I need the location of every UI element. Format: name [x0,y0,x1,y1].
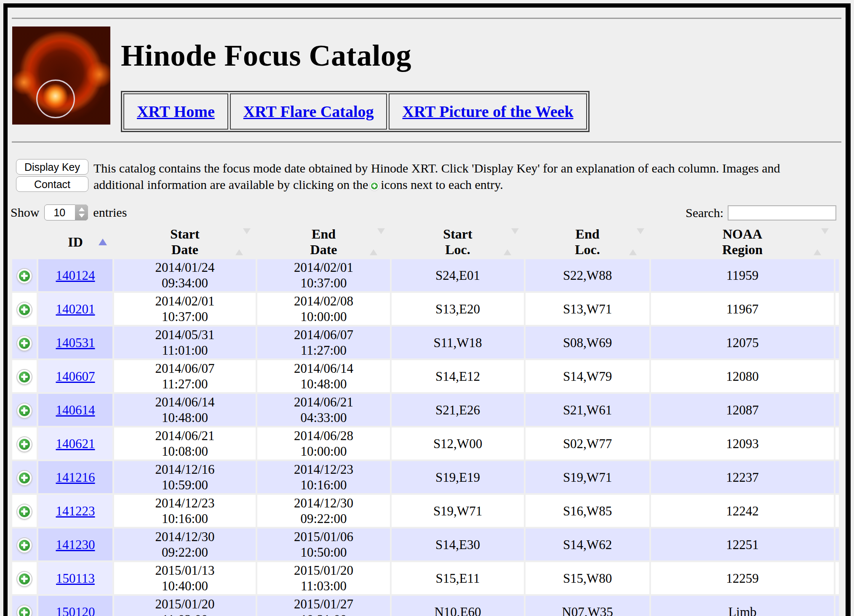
entry-id-link[interactable]: 140124 [56,268,95,283]
entry-id-link[interactable]: 150120 [56,605,95,616]
clipped-cell [835,528,839,560]
expand-icon[interactable] [17,303,32,317]
entry-id-link[interactable]: 140201 [56,302,95,316]
xrt-flare-catalog-link[interactable]: XRT Flare Catalog [243,102,374,121]
noaa-region-cell: 11959 [651,259,834,291]
column-header-noaa-region[interactable]: NOAA Region [651,226,834,258]
entry-id-link[interactable]: 140614 [56,403,95,417]
page-length-select[interactable]: 10 [44,204,88,220]
end-loc-cell: N07,W35 [526,596,649,616]
intro-description: This catalog contains the focus mode dat… [93,159,780,194]
table-row: 141216 2014/12/16 10:59:00 2014/12/23 10… [12,461,839,493]
entry-id-link[interactable]: 141216 [56,470,95,485]
intro-line2a: additional information are available by … [93,178,368,191]
expand-icon[interactable] [17,538,32,552]
page-length-control: Show 10 entries [11,204,127,220]
sort-both-icon [629,234,644,250]
id-cell: 141216 [38,461,112,493]
nav-item-xrt-flare-catalog[interactable]: XRT Flare Catalog [230,93,387,130]
end-date-cell: 2014/12/23 10:16:00 [257,461,390,493]
column-header-id[interactable]: ID [38,226,112,258]
column-header-start-date[interactable]: Start Date [114,226,256,258]
top-divider [12,18,841,19]
expand-icon[interactable] [17,605,32,616]
contact-button[interactable]: Contact [16,176,88,192]
display-key-button[interactable]: Display Key [16,159,88,175]
sun-annotation-circle-icon [36,80,75,118]
expand-icon[interactable] [17,404,32,418]
expand-cell [12,461,37,493]
end-date-cell: 2014/02/08 10:00:00 [257,293,390,325]
expand-cell [12,394,37,426]
expand-icon[interactable] [17,269,32,283]
expand-icon[interactable] [17,471,32,485]
expand-icon[interactable] [17,437,32,451]
table-row: 140621 2014/06/21 10:08:00 2014/06/28 10… [12,427,839,459]
start-date-cell: 2014/02/01 10:37:00 [114,293,256,325]
expand-icon[interactable] [17,336,32,350]
column-header-end-date[interactable]: End Date [257,226,390,258]
expand-icon[interactable] [17,370,32,384]
end-date-cell: 2014/06/07 11:27:00 [257,327,390,358]
sort-both-icon [814,234,829,250]
column-header-start-loc[interactable]: Start Loc. [392,226,524,258]
page-content: Hinode Focus Catalog XRT Home XRT Flare … [8,8,846,616]
end-loc-cell: S15,W80 [526,562,649,594]
entry-id-link[interactable]: 140531 [56,335,95,350]
noaa-region-cell: Limb [651,596,834,616]
clipped-cell [835,461,839,493]
expand-icon[interactable] [17,504,32,519]
start-loc-cell: S13,E20 [392,293,524,325]
xrt-home-link[interactable]: XRT Home [137,102,215,121]
intro-line2b: icons next to each entry. [381,178,503,191]
id-cell: 141230 [38,528,112,560]
sort-both-icon [504,234,519,250]
noaa-region-cell: 12237 [651,461,834,493]
table-row: 150113 2015/01/13 10:40:00 2015/01/20 11… [12,562,839,594]
start-loc-cell: S15,E11 [392,562,524,594]
column-header-clipped [835,226,839,258]
table-row: 141230 2014/12/30 09:22:00 2015/01/06 10… [12,528,839,560]
start-loc-cell: S12,W00 [392,427,524,459]
clipped-cell [835,293,839,325]
end-loc-cell: S14,W79 [526,360,649,392]
expand-cell [12,596,37,616]
nav-item-xrt-picture-of-the-week[interactable]: XRT Picture of the Week [389,93,587,130]
expand-icon [370,181,379,191]
expand-cell [12,562,37,594]
clipped-cell [835,327,839,358]
noaa-region-cell: 12259 [651,562,834,594]
entry-id-link[interactable]: 141230 [56,537,95,552]
entry-id-link[interactable]: 141223 [56,504,95,518]
search-input[interactable] [728,205,836,220]
sort-both-icon [235,234,251,250]
table-row: 150120 2015/01/20 11:03:00 2015/01/27 10… [12,596,839,616]
end-loc-cell: S13,W71 [526,293,649,325]
noaa-region-cell: 12251 [651,528,834,560]
end-loc-cell: S08,W69 [526,327,649,358]
start-date-cell: 2014/06/14 10:48:00 [114,394,256,426]
nav-table: XRT Home XRT Flare Catalog XRT Picture o… [121,91,590,132]
page-length-value: 10 [45,205,74,220]
entry-id-link[interactable]: 140621 [56,436,95,451]
entry-id-link[interactable]: 150113 [56,571,95,586]
id-cell: 140607 [38,360,112,392]
expand-icon[interactable] [17,572,32,586]
page-frame-right [846,3,851,616]
end-date-cell: 2014/06/14 10:48:00 [257,360,390,392]
column-header-end-loc[interactable]: End Loc. [526,226,649,258]
entry-id-link[interactable]: 140607 [56,369,95,384]
start-date-cell: 2014/12/23 10:16:00 [114,495,256,527]
expand-cell [12,528,37,560]
start-loc-cell: S24,E01 [392,259,524,291]
noaa-region-cell: 12075 [651,327,834,358]
end-loc-cell: S14,W62 [526,528,649,560]
column-header-expand [12,226,37,258]
noaa-region-cell: 11967 [651,293,834,325]
id-cell: 140124 [38,259,112,291]
intro-line1: This catalog contains the focus mode dat… [93,161,780,175]
xrt-picture-of-the-week-link[interactable]: XRT Picture of the Week [402,102,573,121]
start-date-cell: 2014/12/30 09:22:00 [114,528,256,560]
select-stepper-icon [75,204,88,220]
nav-item-xrt-home[interactable]: XRT Home [123,93,228,130]
